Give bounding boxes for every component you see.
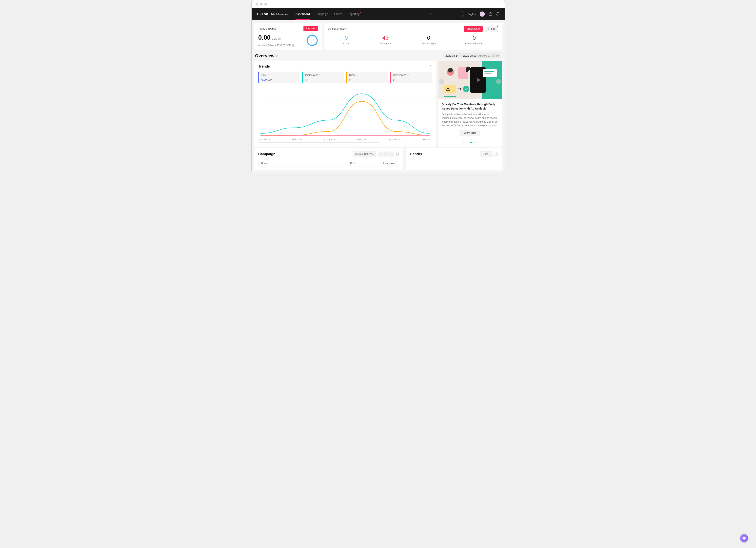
status-under-count: 0: [465, 35, 483, 41]
promo-body-text: During ad creation, all advertisers will…: [442, 112, 499, 128]
campaign-title: Campaign: [258, 152, 276, 156]
metric-clicks[interactable]: Clicks 5: [346, 72, 388, 83]
metric-cost[interactable]: Cost 0.00 USD: [258, 72, 300, 83]
payment-button[interactable]: Payment: [303, 26, 318, 31]
timezone: UTC+08:00: [478, 54, 490, 57]
date-separator: ~: [460, 54, 462, 57]
nav-reporting[interactable]: Reporting: [348, 12, 360, 16]
learn-more-button[interactable]: Learn More: [460, 130, 480, 136]
trends-chart: [258, 86, 432, 137]
promo-pagination-dots[interactable]: [438, 142, 502, 145]
pager-prev[interactable]: ‹: [379, 152, 383, 156]
main-header: TikTok : Ads Manager Dashboard Campaign …: [252, 8, 505, 20]
status-disapproved[interactable]: 43 Disapproved: [379, 35, 392, 45]
nav-assets[interactable]: Assets: [334, 12, 342, 16]
traffic-light-dot[interactable]: [256, 3, 258, 6]
todays-spends-card: Today's Spends Payment 0.00 USD ?: [254, 23, 322, 50]
chevron-down-icon: [356, 74, 358, 76]
nav-dashboard[interactable]: Dashboard: [296, 12, 310, 16]
status-under-label: Underperforming: [465, 42, 483, 45]
gender-card: Gender Cost: [406, 148, 502, 170]
promo-prev-button[interactable]: ‹: [439, 79, 444, 84]
status-oob-count: 0: [421, 35, 436, 41]
xaxis-1: 2022-08-15: [291, 138, 302, 141]
promo-card: ‹ › Quickly Fix Your Creatives through E…: [438, 61, 502, 146]
status-underperforming[interactable]: 0 Underperforming: [465, 35, 483, 45]
brand-sub: : Ads Manager: [269, 12, 288, 16]
col-impressions[interactable]: Impressions: [358, 160, 399, 166]
status-disapproved-label: Disapproved: [379, 42, 392, 45]
export-icon[interactable]: [429, 65, 432, 68]
status-active-count: 0: [343, 35, 350, 41]
gender-metric-label: Cost: [483, 153, 488, 155]
pager-next[interactable]: ›: [389, 152, 393, 156]
promo-next-button[interactable]: ›: [496, 79, 501, 84]
help-icon[interactable]: ?: [278, 37, 281, 40]
metric-clicks-value: 5: [349, 78, 386, 81]
search-input[interactable]: [430, 11, 464, 17]
brand-logo: TikTok : Ads Manager: [256, 12, 288, 16]
metric-impressions-label: Impressions: [305, 74, 318, 76]
campaign-table-header: Name Cost Impressions: [258, 160, 399, 167]
status-active-label: Active: [343, 42, 350, 45]
status-out-of-budget[interactable]: 0 Out of budget: [421, 35, 436, 45]
xaxis-2: 2022-08-16: [324, 138, 335, 141]
gender-metric-select[interactable]: Cost: [480, 151, 493, 157]
metric-conversions-value: 0: [393, 78, 429, 81]
nav-campaign[interactable]: Campaign: [316, 12, 328, 16]
pager-page: 1: [385, 153, 387, 156]
help-icon[interactable]: ?: [492, 54, 495, 57]
overview-title: Overview: [255, 53, 275, 58]
spend-ring-chart: [307, 35, 318, 46]
trends-title: Trends: [258, 64, 270, 68]
traffic-light-dot[interactable]: [264, 3, 267, 6]
metric-impressions[interactable]: Impressions 34: [302, 72, 344, 83]
svg-rect-0: [489, 13, 492, 15]
date-range-picker[interactable]: 2022-08-14 ~ 2022-08-20 UTC+08:00 ?: [443, 53, 501, 58]
help-icon[interactable]: ?: [292, 44, 295, 47]
window-titlebar: [252, 0, 505, 8]
language-selector[interactable]: English: [468, 13, 476, 16]
custom-columns-button[interactable]: Custom Columns: [353, 151, 376, 157]
help-icon[interactable]: ?: [276, 54, 278, 57]
bell-icon[interactable]: [496, 12, 500, 16]
log-icon: [487, 27, 490, 30]
status-active[interactable]: 0 Active: [343, 35, 350, 45]
svg-point-17: [448, 68, 453, 72]
metric-conversions-label: Conversions: [393, 74, 406, 76]
calendar-icon: [496, 54, 499, 57]
promo-illustration: ‹ ›: [438, 61, 502, 99]
nav-notification-dot: [360, 12, 361, 13]
traffic-light-dot[interactable]: [260, 3, 263, 6]
horizontal-scrollbar[interactable]: [258, 142, 380, 143]
briefcase-icon[interactable]: [488, 12, 492, 16]
metric-conversions[interactable]: Conversions 0: [390, 72, 432, 83]
svg-rect-9: [484, 71, 494, 72]
trends-card: Trends Cost 0.00 USD Impressions 34 Clic…: [254, 61, 436, 146]
status-oob-label: Out of budget: [421, 42, 436, 45]
col-name[interactable]: Name: [259, 160, 317, 166]
col-cost[interactable]: Cost: [317, 160, 358, 166]
log-button[interactable]: Log: [485, 26, 498, 32]
chart-x-axis: 2022-08-14 2022-08-15 2022-08-16 2022-08…: [258, 138, 432, 141]
xaxis-5: 2022-08-1: [421, 138, 431, 141]
create-ad-button[interactable]: Create an Ad: [464, 26, 483, 32]
brand-main: TikTok: [256, 12, 268, 16]
export-icon[interactable]: [495, 152, 498, 156]
date-from: 2022-08-14: [445, 54, 459, 57]
ad-group-status-card: Ad Group Status Create an Ad Log 0 Activ…: [324, 23, 502, 50]
svg-rect-10: [484, 73, 492, 74]
export-icon[interactable]: [396, 152, 399, 156]
primary-nav: Dashboard Campaign Assets Reporting: [296, 12, 360, 16]
nav-reporting-label: Reporting: [348, 12, 360, 16]
svg-rect-2: [496, 55, 499, 57]
spend-amount: 0.00: [258, 34, 271, 41]
metric-cost-unit: USD: [268, 79, 272, 81]
metric-clicks-label: Clicks: [349, 74, 356, 76]
xaxis-3: 2022-08-17: [356, 138, 367, 141]
chevron-down-icon: [489, 153, 491, 155]
trends-chart-svg: [258, 86, 432, 137]
status-disapproved-count: 43: [379, 35, 392, 41]
user-avatar[interactable]: [480, 11, 485, 17]
chevron-down-icon: [319, 74, 321, 76]
